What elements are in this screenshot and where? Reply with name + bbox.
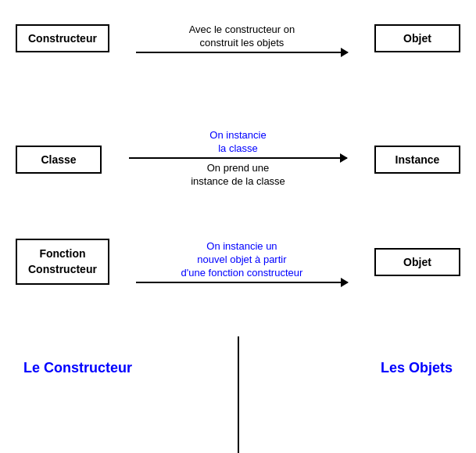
arrow-label-3: On instancie un nouvel objet à partir d'…: [181, 240, 303, 280]
arrow-label-2-top: On instancie la classe: [209, 129, 266, 156]
box-constructeur: Constructeur: [16, 24, 109, 52]
arrow-line-3: [136, 282, 348, 283]
box-fc-line1: Fonction: [39, 247, 85, 260]
arrow-area-1: Avec le constructeur on construit les ob…: [109, 23, 374, 53]
label-line2-r3: nouvel objet à partir: [197, 253, 286, 265]
label-line2-r2: la classe: [218, 142, 258, 154]
box-constructeur-label: Constructeur: [28, 32, 97, 45]
arrow-label-1: Avec le constructeur on construit les ob…: [189, 23, 295, 50]
arrow-line-2: [129, 157, 347, 159]
arrow-area-2: On instancie la classe On prend une inst…: [102, 129, 374, 190]
box-instance-label: Instance: [395, 153, 440, 166]
label-line1-r1: Avec le constructeur on: [189, 23, 295, 35]
diagram: Constructeur Avec le constructeur on con…: [0, 0, 476, 453]
row-2: Classe On instancie la classe On prend u…: [0, 129, 476, 190]
label-line1-r2: On instancie: [209, 129, 266, 141]
arrow-area-3: On instancie un nouvel objet à partir d'…: [109, 240, 374, 283]
bottom-label-constructeur: Le Constructeur: [23, 360, 132, 376]
box-fonction-constructeur: Fonction Constructeur: [16, 239, 109, 285]
row-3: Fonction Constructeur On instancie un no…: [0, 239, 476, 285]
label-line2-r1: construit les objets: [200, 37, 285, 49]
box-objet-1-label: Objet: [403, 32, 431, 45]
box-objet-1: Objet: [374, 24, 460, 52]
row-1: Constructeur Avec le constructeur on con…: [0, 23, 476, 53]
box-instance: Instance: [374, 146, 460, 174]
label-line3-r3: d'une fonction constructeur: [181, 267, 303, 279]
box-objet-3-label: Objet: [403, 256, 431, 268]
box-classe: Classe: [16, 146, 102, 174]
label-line4-r2: instance de la classe: [191, 175, 285, 187]
box-classe-label: Classe: [41, 153, 76, 166]
vertical-divider: [238, 336, 239, 453]
box-objet-3: Objet: [374, 248, 460, 276]
label-line1-r3: On instancie un: [206, 240, 277, 252]
label-line3-r2: On prend une: [207, 162, 270, 174]
bottom-label-objets: Les Objets: [381, 360, 453, 376]
arrow-label-2-bottom: On prend une instance de la classe: [191, 162, 285, 189]
arrow-line-1: [136, 52, 348, 53]
box-fc-line2: Constructeur: [28, 263, 97, 275]
